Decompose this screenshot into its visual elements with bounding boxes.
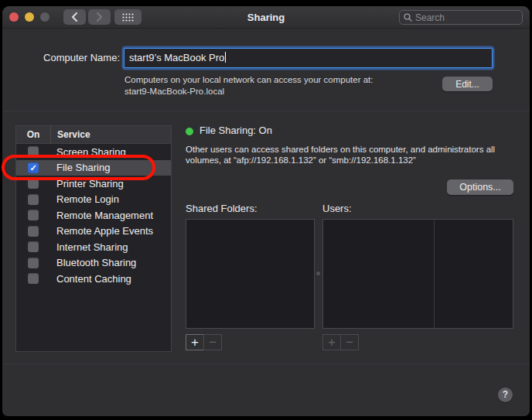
users-label: Users: (322, 203, 352, 214)
footer-divider (2, 364, 530, 364)
users-list-column-divider (434, 220, 435, 328)
text-caret (225, 52, 226, 63)
service-checkbox[interactable] (28, 178, 39, 189)
sharing-preferences-window: Sharing Computer Name: start9’s MacBook … (2, 6, 530, 416)
caption-line-1: Computers on your local network can acce… (124, 74, 434, 86)
services-table: On Service Screen Sharing File Sharing P… (15, 125, 172, 352)
add-shared-folder-button[interactable]: + (186, 334, 204, 350)
service-row-remote-management[interactable]: Remote Management (16, 207, 171, 224)
service-label: Screen Sharing (50, 146, 126, 158)
column-header-on: On (16, 126, 50, 143)
service-label: Remote Login (50, 193, 119, 205)
shared-folders-label: Shared Folders: (186, 203, 257, 214)
service-row-screen-sharing[interactable]: Screen Sharing (16, 144, 171, 160)
service-row-content-caching[interactable]: Content Caching (16, 271, 171, 287)
service-label: File Sharing (50, 162, 110, 173)
service-checkbox[interactable] (28, 162, 39, 173)
service-row-internet-sharing[interactable]: Internet Sharing (16, 239, 171, 255)
service-label: Remote Management (50, 210, 153, 221)
computer-name-caption: Computers on your local network can acce… (124, 74, 434, 97)
service-row-printer-sharing[interactable]: Printer Sharing (16, 176, 171, 192)
help-button[interactable]: ? (498, 388, 513, 402)
service-checkbox[interactable] (28, 210, 39, 220)
remove-shared-folder-button: − (203, 334, 222, 350)
shared-folders-list[interactable] (186, 219, 315, 329)
services-table-header: On Service (16, 126, 171, 144)
search-icon (404, 13, 412, 22)
computer-name-input[interactable]: start9’s MacBook Pro (124, 48, 493, 68)
remove-user-button: − (340, 334, 359, 350)
status-title: File Sharing: On (200, 125, 272, 136)
service-row-remote-apple-events[interactable]: Remote Apple Events (16, 224, 171, 240)
service-label: Content Caching (50, 273, 131, 285)
caption-line-2: start9-MacBook-Pro.local (124, 86, 434, 97)
add-user-button: + (322, 334, 341, 350)
options-button[interactable]: Options... (447, 179, 513, 195)
service-row-file-sharing[interactable]: File Sharing (16, 160, 171, 176)
service-row-remote-login[interactable]: Remote Login (16, 192, 171, 208)
service-checkbox[interactable] (28, 146, 39, 157)
status-description: Other users can access shared folders on… (186, 144, 520, 166)
service-label: Internet Sharing (50, 241, 128, 253)
search-input[interactable] (415, 12, 518, 23)
service-label: Remote Apple Events (50, 225, 153, 237)
computer-name-label: Computer Name: (2, 48, 120, 68)
service-checkbox[interactable] (28, 273, 39, 284)
column-header-service: Service (50, 126, 171, 143)
service-row-bluetooth-sharing[interactable]: Bluetooth Sharing (16, 255, 171, 271)
edit-button[interactable]: Edit... (442, 77, 493, 91)
title-bar: Sharing (2, 6, 530, 29)
service-checkbox[interactable] (28, 226, 39, 237)
status-indicator-dot (186, 128, 193, 135)
search-field[interactable] (399, 10, 523, 25)
pane-splitter-handle[interactable] (316, 271, 320, 275)
section-divider (2, 111, 530, 111)
service-checkbox[interactable] (28, 258, 39, 268)
service-checkbox[interactable] (28, 241, 39, 252)
users-list[interactable] (322, 219, 513, 329)
service-label: Printer Sharing (50, 178, 124, 190)
service-checkbox[interactable] (28, 194, 39, 205)
computer-name-value: start9’s MacBook Pro (129, 52, 224, 63)
service-label: Bluetooth Sharing (50, 257, 136, 268)
